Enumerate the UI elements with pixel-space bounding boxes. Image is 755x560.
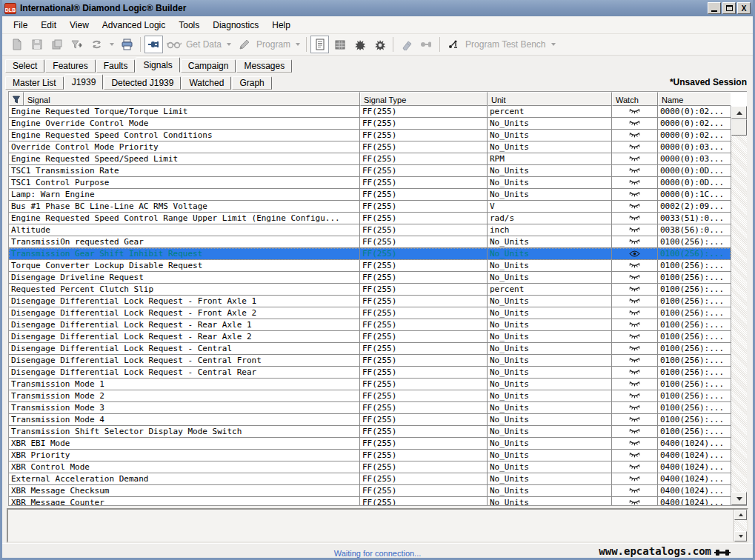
tab-j1939[interactable]: J1939 (64, 74, 104, 90)
watch-eye-closed-cell[interactable] (612, 497, 658, 505)
table-row[interactable]: TSC1 Control PurposeFF(255)No_Units0000(… (9, 177, 731, 189)
table-row[interactable]: Requested Percent Clutch SlipFF(255)perc… (9, 284, 731, 296)
table-row[interactable]: TransmissiOn requested GearFF(255)No_Uni… (9, 236, 731, 248)
watch-eye-closed-cell[interactable] (612, 118, 658, 129)
filter-header-cell[interactable] (9, 92, 24, 106)
scroll-down-button[interactable] (731, 492, 747, 505)
watch-eye-closed-cell[interactable] (612, 426, 658, 437)
connect-button[interactable] (144, 36, 163, 53)
table-row[interactable]: Lamp: Warn EngineFF(255)No_Units0000(0):… (9, 189, 731, 201)
table-row[interactable]: Engine Override Control ModeFF(255)No_Un… (9, 118, 731, 130)
watch-eye-closed-cell[interactable] (612, 296, 658, 307)
table-row[interactable]: TSC1 Transmission RateFF(255)No_Units000… (9, 165, 731, 177)
table-row[interactable]: Disengage Differential Lock Request - Ce… (9, 343, 731, 355)
watch-eye-closed-cell[interactable] (612, 141, 658, 153)
get-data-button[interactable]: Get Data (164, 36, 234, 53)
table-row[interactable]: Transmission Shift Selector Display Mode… (9, 426, 731, 438)
tab-messages[interactable]: Messages (236, 59, 292, 73)
program-button[interactable]: Program (234, 36, 303, 53)
table-row[interactable]: Disengage Differential Lock Request - Re… (9, 319, 731, 331)
table-row[interactable]: XBR Message CounterFF(255)No Units0400(1… (9, 497, 731, 505)
close-button[interactable]: X (737, 2, 751, 14)
table-row[interactable]: Transmission Mode 3FF(255)No_Units0100(2… (9, 402, 731, 414)
table-row[interactable]: Disengage Differential Lock Request - Ce… (9, 367, 731, 379)
disconnect-button[interactable] (417, 36, 436, 53)
watch-eye-closed-cell[interactable] (612, 485, 658, 496)
new-document-button[interactable] (7, 36, 26, 53)
menu-advanced-logic[interactable]: Advanced Logic (96, 18, 172, 33)
program-test-bench-button[interactable]: Program Test Bench (443, 36, 559, 53)
watch-eye-closed-cell[interactable] (612, 414, 658, 425)
watch-eye-closed-cell[interactable] (612, 213, 658, 224)
watch-eye-closed-cell[interactable] (612, 307, 658, 319)
watch-eye-closed-cell[interactable] (612, 343, 658, 354)
debug-button[interactable] (350, 36, 369, 53)
scroll-up-button[interactable] (731, 106, 747, 119)
debug-stop-button[interactable] (370, 36, 389, 53)
erase-button[interactable] (397, 36, 416, 53)
tab-select[interactable]: Select (5, 59, 44, 73)
watch-eye-closed-cell[interactable] (612, 355, 658, 366)
watch-eye-closed-cell[interactable] (612, 331, 658, 342)
column-header-name[interactable]: Name (658, 92, 731, 106)
watch-eye-closed-cell[interactable] (612, 189, 658, 200)
table-row[interactable]: Torque Converter Lockup Disable RequestF… (9, 260, 731, 272)
table-vertical-scrollbar[interactable] (731, 106, 747, 505)
watch-eye-closed-cell[interactable] (612, 201, 658, 212)
watch-eye-closed-cell[interactable] (612, 284, 658, 295)
watch-eye-closed-cell[interactable] (612, 367, 658, 378)
menu-file[interactable]: File (7, 18, 34, 33)
watch-eye-closed-cell[interactable] (612, 319, 658, 330)
table-row[interactable]: Disengage Differential Lock Request - Ce… (9, 355, 731, 367)
scroll-thumb[interactable] (731, 119, 747, 136)
table-row[interactable]: Engine Requested Speed Control Condition… (9, 130, 731, 141)
watch-eye-open-cell[interactable] (612, 248, 658, 259)
panel-scroll-down-button[interactable] (734, 531, 747, 541)
watch-eye-closed-cell[interactable] (612, 272, 658, 283)
table-row[interactable]: Override Control Mode PriorityFF(255)No_… (9, 141, 731, 153)
table-row[interactable]: XBR Control ModeFF(255)No_Units0400(1024… (9, 461, 731, 473)
watch-eye-closed-cell[interactable] (612, 153, 658, 164)
table-row[interactable]: Transmission Mode 2FF(255)No_Units0100(2… (9, 390, 731, 402)
tab-signals[interactable]: Signals (136, 57, 179, 73)
minimize-button[interactable] (708, 2, 721, 14)
watch-eye-closed-cell[interactable] (612, 260, 658, 271)
table-row[interactable]: Engine Requested Torque/Torque LimitFF(2… (9, 106, 731, 118)
menu-tools[interactable]: Tools (172, 18, 206, 33)
table-row[interactable]: AltitudeFF(255)inch0038(56):0... (9, 224, 731, 236)
table-row[interactable]: Engine Requested Speed/Speed LimitFF(255… (9, 153, 731, 165)
watch-eye-closed-cell[interactable] (612, 165, 658, 176)
column-header-signal[interactable]: Signal (24, 92, 360, 106)
menu-help[interactable]: Help (265, 18, 297, 33)
watch-eye-closed-cell[interactable] (612, 130, 658, 141)
validate-button[interactable] (67, 36, 86, 53)
table-row[interactable]: Disengage Driveline RequestFF(255)No_Uni… (9, 272, 731, 284)
grid-view-button[interactable] (330, 36, 349, 53)
column-header-signal-type[interactable]: Signal Type (360, 92, 488, 106)
menu-edit[interactable]: Edit (34, 18, 63, 33)
watch-eye-closed-cell[interactable] (612, 473, 658, 484)
tab-master-list[interactable]: Master List (5, 76, 64, 90)
maximize-button[interactable] (722, 2, 736, 14)
watch-eye-closed-cell[interactable] (612, 402, 658, 413)
panel-scroll-up-button[interactable] (734, 510, 747, 520)
panel-scroll-track[interactable] (734, 520, 747, 531)
watch-eye-closed-cell[interactable] (612, 438, 658, 449)
table-row[interactable]: Disengage Differential Lock Request - Re… (9, 331, 731, 343)
table-row[interactable]: XBR EBI ModeFF(255)No_Units0400(1024)... (9, 438, 731, 450)
watch-eye-closed-cell[interactable] (612, 106, 658, 117)
tab-faults[interactable]: Faults (96, 59, 136, 73)
watch-eye-closed-cell[interactable] (612, 390, 658, 401)
save-all-button[interactable] (47, 36, 66, 53)
table-row[interactable]: XBR PriorityFF(255)No_Units0400(1024)... (9, 450, 731, 461)
scroll-track[interactable] (731, 136, 747, 492)
print-button[interactable] (118, 36, 136, 53)
document-view-button[interactable] (310, 36, 329, 53)
tab-campaign[interactable]: Campaign (181, 59, 236, 73)
watch-eye-closed-cell[interactable] (612, 461, 658, 473)
table-row[interactable]: Engine Requested Speed Control Range Upp… (9, 213, 731, 224)
tab-detected-j1939[interactable]: Detected J1939 (104, 76, 181, 90)
refresh-dropdown-icon[interactable] (110, 43, 114, 46)
table-row[interactable]: Transmission Mode 4FF(255)No_Units0100(2… (9, 414, 731, 426)
menu-view[interactable]: View (63, 18, 96, 33)
